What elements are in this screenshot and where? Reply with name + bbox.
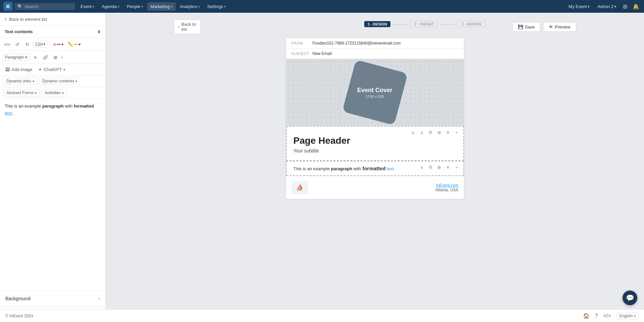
activities-button[interactable]: Activities ▾ — [42, 89, 66, 96]
step-dots-1: •••••••• — [393, 22, 408, 26]
language-label: English — [620, 314, 633, 318]
back-to-element-list-button[interactable]: ‹ Back to element list — [0, 13, 105, 26]
add-button[interactable]: ＋ — [453, 129, 461, 136]
steps-bar: 1 - DESIGN •••••••• 2 - TARGET •••••••• … — [201, 21, 512, 27]
chevron-down-icon: ▾ — [25, 55, 27, 60]
save-preview-buttons: 💾 Save 👁 Preview — [512, 22, 576, 32]
page-header-section[interactable]: ∧ ∨ ⧉ ⊕ ✕ ＋ Page Header Your subtitle — [286, 126, 464, 161]
text-toolbar-row1: </> ↺ ↻ 12pt ▾ A ▾ ✏️ ▾ — [0, 38, 105, 51]
dynamic-row: Dynamic links ▾ Dynamic contents ▾ — [0, 75, 105, 87]
nav-item-marketing[interactable]: Marketing ▾ — [147, 2, 176, 11]
chevron-left-icon: ‹ — [5, 16, 6, 22]
nav-item-agenda[interactable]: Agenda ▾ — [98, 2, 123, 11]
copy-button[interactable]: ⧉ — [427, 129, 434, 136]
cover-text: Event Cover 1700 x 630 — [357, 86, 392, 98]
search-input[interactable] — [24, 4, 72, 9]
code-icon[interactable]: </> — [603, 313, 611, 319]
collapse-icon[interactable]: ∨ — [97, 29, 101, 34]
chevron-down-icon: ▾ — [62, 91, 64, 95]
code-button[interactable]: </> — [3, 40, 11, 49]
step1[interactable]: 1 - DESIGN — [364, 21, 390, 27]
nav-item-event[interactable]: Event ▾ — [77, 2, 98, 11]
save-icon: 💾 — [518, 24, 523, 29]
chat-fab-button[interactable]: 💬 — [623, 291, 637, 305]
chevron-down-icon: ▾ — [75, 79, 77, 83]
paragraph-select[interactable]: Paragraph ▾ — [3, 54, 30, 61]
nav-right: My Event ▾ Admin 2 ▾ ⊞ 🔔 — [566, 2, 641, 11]
chevron-down-icon: ▾ — [61, 56, 63, 59]
copyright-text: © InEvent 2024 — [5, 314, 33, 318]
chevron-down-icon: ▾ — [78, 42, 81, 47]
back-to-list-button[interactable]: ‹ Back to list — [174, 19, 201, 34]
chevron-down-icon: ▾ — [634, 314, 636, 318]
text-contents-section-header: Text contents ∨ — [0, 26, 105, 38]
duplicate-button[interactable]: ⊕ — [436, 164, 443, 171]
duplicate-button[interactable]: ⊕ — [436, 129, 443, 136]
background-section[interactable]: Background › — [0, 291, 105, 306]
link-button[interactable]: 🔗 — [41, 53, 50, 62]
top-actions-bar: ‹ Back to list 1 - DESIGN •••••••• 2 - T… — [174, 19, 576, 34]
nav-item-settings[interactable]: Settings ▾ — [204, 2, 229, 11]
undo-button[interactable]: ↺ — [13, 40, 21, 49]
dynamic-links-button[interactable]: Dynamic links ▾ — [3, 77, 37, 85]
save-button[interactable]: 💾 Save — [512, 22, 541, 32]
step2[interactable]: 2 - TARGET — [411, 21, 438, 27]
text-content-area[interactable]: This is an example paragraph with format… — [0, 99, 105, 291]
copy-button[interactable]: ⧉ — [427, 164, 434, 171]
text-toolbar-row2: Paragraph ▾ ≡ 🔗 ⊞ ▾ — [0, 51, 105, 64]
help-icon[interactable]: ? — [595, 313, 598, 319]
chevron-down-icon: ▾ — [142, 5, 143, 8]
language-selector[interactable]: English ▾ — [616, 313, 639, 319]
nav-item-analytics[interactable]: Analytics ▾ — [176, 2, 203, 11]
step-dots-2: •••••••• — [440, 22, 455, 26]
move-down-button[interactable]: ∨ — [418, 129, 426, 136]
home-icon[interactable]: 🏠 — [583, 313, 590, 319]
add-button[interactable]: ＋ — [453, 164, 461, 171]
redo-button[interactable]: ↻ — [23, 40, 32, 49]
bullet-list-button[interactable]: ≡ — [31, 53, 40, 62]
top-navigation: iE 🔍 Event ▾ Agenda ▾ People ▾ Marketing… — [0, 0, 644, 13]
cover-diamond: Event Cover 1700 x 630 — [342, 60, 408, 125]
chevron-down-icon: ▾ — [588, 5, 589, 8]
font-size-select[interactable]: 12pt ▾ — [33, 41, 47, 48]
chatgpt-button[interactable]: ✦ ChatGPT ▾ — [36, 66, 67, 73]
footer-link[interactable]: InEvent.com — [436, 183, 459, 188]
page-header-subtitle: Your subtitle — [293, 148, 457, 153]
highlight-color-button[interactable]: ✏️ ▾ — [66, 41, 82, 48]
my-event-button[interactable]: My Event ▾ — [566, 3, 592, 10]
color-swatch — [57, 44, 61, 45]
toolbar-divider — [49, 41, 50, 47]
abstract-forms-button[interactable]: Abstract Forms ▾ — [3, 89, 40, 96]
chevron-down-icon: ▾ — [614, 5, 616, 8]
step3[interactable]: 3 - REVIEW — [458, 21, 485, 27]
footer-info: InEvent.com Atlanta, USA — [435, 183, 459, 192]
grid-icon[interactable]: ⊞ — [622, 2, 629, 11]
page-header-toolbar: ∧ ∨ ⧉ ⊕ ✕ ＋ — [410, 129, 461, 136]
nav-item-people[interactable]: People ▾ — [123, 2, 146, 11]
text-color-button[interactable]: A ▾ — [52, 41, 65, 48]
chevron-down-icon: ▾ — [43, 42, 45, 47]
nav-items: Event ▾ Agenda ▾ People ▾ Marketing ▾ An… — [77, 2, 564, 11]
move-up-button[interactable]: ∧ — [410, 129, 417, 136]
footer-logo: ⛵ — [291, 181, 308, 194]
admin-button[interactable]: Admin 2 ▾ — [595, 3, 619, 10]
chevron-down-icon: ▾ — [198, 5, 200, 8]
forms-activities-row: Abstract Forms ▾ Activities ▾ — [0, 87, 105, 99]
chevron-down-icon: ▾ — [118, 5, 119, 8]
bottom-bar: © InEvent 2024 🏠 ? </> English ▾ — [0, 309, 644, 322]
move-down-button[interactable]: ∨ — [418, 164, 426, 171]
table-button[interactable]: ⊞ — [51, 53, 60, 62]
preview-button[interactable]: 👁 Preview — [543, 22, 576, 32]
text-para-toolbar: ∨ ⧉ ⊕ ✕ ＋ — [418, 164, 461, 171]
page-header-title: Page Header — [293, 135, 457, 146]
dynamic-contents-button[interactable]: Dynamic contents ▾ — [39, 77, 80, 85]
app-logo[interactable]: iE — [3, 2, 13, 11]
email-preview: FROM Foodies101-7999-1723115840@ineventm… — [286, 38, 464, 199]
delete-button[interactable]: ✕ — [444, 164, 452, 171]
bell-icon[interactable]: 🔔 — [631, 2, 641, 11]
search-bar[interactable]: 🔍 — [15, 3, 75, 10]
delete-button[interactable]: ✕ — [444, 129, 452, 136]
text-paragraph-section[interactable]: ∨ ⧉ ⊕ ✕ ＋ This is an example paragraph w… — [286, 161, 464, 176]
add-image-button[interactable]: 🖼 Add image — [3, 66, 34, 73]
chevron-down-icon: ▾ — [61, 42, 64, 47]
